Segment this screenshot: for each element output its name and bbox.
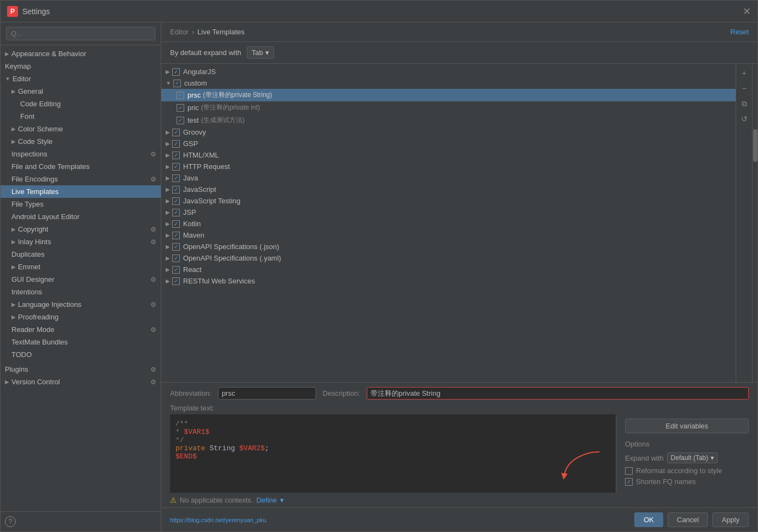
template-group-header[interactable]: ▶ Java [161, 172, 736, 184]
sidebar-item-inlay-hints[interactable]: ▶ Inlay Hints ⚙ [1, 235, 161, 248]
define-arrow[interactable]: ▾ [280, 496, 284, 504]
reset-button[interactable]: Reset [730, 28, 749, 36]
expand-with-dropdown[interactable]: Default (Tab) ▾ [667, 452, 718, 463]
sidebar-item-live-templates[interactable]: Live Templates [1, 185, 161, 198]
description-input[interactable] [367, 387, 749, 400]
sidebar-item-version-control[interactable]: ▶ Version Control ⚙ [1, 376, 161, 388]
sidebar-item-code-editing[interactable]: Code Editing [1, 98, 161, 110]
template-text-label: Template text: [161, 404, 757, 414]
template-group-header[interactable]: ▶ JavaScript [161, 184, 736, 195]
code-line: */ [175, 436, 610, 444]
template-group-header[interactable]: ▶ OpenAPI Specifications (.json) [161, 241, 736, 252]
group-checkbox[interactable] [172, 129, 180, 136]
sidebar-item-file-encodings[interactable]: File Encodings ⚙ [1, 173, 161, 185]
sidebar-item-keymap[interactable]: Keymap [1, 60, 161, 72]
close-button[interactable]: ✕ [743, 5, 751, 17]
group-name: Groovy [183, 128, 206, 136]
copy-button[interactable]: ⧉ [737, 96, 751, 111]
template-group-header[interactable]: ▶ JSP [161, 207, 736, 218]
sidebar-item-todo[interactable]: TODO [1, 348, 161, 361]
sidebar-item-copyright[interactable]: ▶ Copyright ⚙ [1, 223, 161, 235]
group-checkbox[interactable] [172, 140, 180, 148]
group-checkbox[interactable] [172, 277, 180, 285]
template-group-header[interactable]: ▶ JavaScript Testing [161, 195, 736, 207]
expand-arrow: ▼ [166, 80, 171, 86]
sidebar-item-file-types[interactable]: File Types [1, 198, 161, 210]
revert-button[interactable]: ↺ [737, 112, 751, 126]
search-input[interactable] [6, 27, 155, 40]
add-button[interactable]: + [737, 66, 751, 80]
sidebar-item-appearance[interactable]: ▶ Appearance & Behavior [1, 47, 161, 60]
template-group-header[interactable]: ▶ RESTful Web Services [161, 275, 736, 287]
sidebar-item-language-injections[interactable]: ▶ Language Injections ⚙ [1, 298, 161, 311]
ok-button[interactable]: OK [634, 512, 663, 527]
code-editor[interactable]: /** * $VAR1$ */ private String $VAR2$; $… [170, 414, 616, 493]
apply-button[interactable]: Apply [712, 512, 749, 527]
template-group-header[interactable]: ▶ HTML/XML [161, 149, 736, 161]
sidebar-item-reader-mode[interactable]: Reader Mode ⚙ [1, 323, 161, 336]
template-group-header[interactable]: ▼ custom [161, 77, 736, 89]
edit-variables-button[interactable]: Edit variables [625, 419, 749, 433]
sidebar-item-editor[interactable]: ▼ Editor [1, 72, 161, 85]
expand-arrow: ▶ [11, 126, 16, 132]
sidebar-item-android-layout[interactable]: Android Layout Editor [1, 210, 161, 223]
sidebar-item-color-scheme[interactable]: ▶ Color Scheme [1, 123, 161, 135]
sidebar-item-general[interactable]: ▶ General [1, 85, 161, 98]
group-checkbox[interactable] [172, 243, 180, 251]
item-checkbox[interactable] [177, 92, 184, 99]
group-checkbox[interactable] [172, 220, 180, 228]
group-checkbox[interactable] [172, 174, 180, 182]
group-checkbox[interactable] [173, 80, 181, 87]
item-checkbox[interactable] [177, 117, 184, 124]
abbreviation-input[interactable] [218, 387, 316, 400]
sidebar-item-duplicates[interactable]: Duplicates [1, 248, 161, 261]
scrollbar[interactable] [752, 64, 757, 382]
template-group-header[interactable]: ▶ React [161, 264, 736, 275]
item-checkbox[interactable] [177, 104, 184, 112]
template-desc: (生成测试方法) [201, 116, 245, 125]
shorten-checkbox[interactable] [625, 478, 633, 486]
group-checkbox[interactable] [172, 266, 180, 274]
template-group-header[interactable]: ▶ OpenAPI Specifications (.yaml) [161, 252, 736, 264]
help-button[interactable]: ? [5, 516, 16, 527]
breadcrumb: Editor › Live Templates [170, 28, 245, 36]
group-checkbox[interactable] [172, 152, 180, 159]
sidebar-item-inspections[interactable]: Inspections ⚙ [1, 148, 161, 160]
group-checkbox[interactable] [172, 186, 180, 194]
group-checkbox[interactable] [172, 163, 180, 171]
template-item-test[interactable]: test (生成测试方法) [161, 114, 736, 126]
template-item-prsc[interactable]: prsc (带注释的private String) [161, 89, 736, 101]
sidebar-item-proofreading[interactable]: ▶ Proofreading [1, 311, 161, 323]
group-checkbox[interactable] [172, 255, 180, 262]
sidebar-item-code-style[interactable]: ▶ Code Style [1, 135, 161, 148]
template-group-header[interactable]: ▶ AngularJS [161, 66, 736, 77]
group-name: Java [183, 174, 198, 182]
sidebar-item-gui-designer[interactable]: GUI Designer ⚙ [1, 273, 161, 286]
sidebar-item-intentions[interactable]: Intentions [1, 286, 161, 298]
template-item-pric[interactable]: pric (带注释的private int) [161, 101, 736, 114]
breadcrumb-current: Live Templates [197, 28, 244, 36]
scrollbar-thumb [753, 129, 757, 162]
cancel-button[interactable]: Cancel [668, 512, 708, 527]
group-checkbox[interactable] [172, 209, 180, 216]
template-group-header[interactable]: ▶ HTTP Request [161, 161, 736, 172]
template-group-header[interactable]: ▶ Kotlin [161, 218, 736, 229]
group-checkbox[interactable] [172, 197, 180, 205]
remove-button[interactable]: − [737, 81, 751, 95]
define-link[interactable]: Define [256, 496, 277, 504]
expand-arrow: ▶ [5, 51, 9, 57]
template-group-jsp: ▶ JSP [161, 207, 736, 218]
sidebar-item-textmate[interactable]: TextMate Bundles [1, 336, 161, 348]
template-group-header[interactable]: ▶ Groovy [161, 126, 736, 138]
group-checkbox[interactable] [172, 232, 180, 239]
sidebar-item-label: Version Control [11, 378, 60, 386]
sidebar-item-file-code-templates[interactable]: File and Code Templates [1, 160, 161, 173]
template-group-header[interactable]: ▶ Maven [161, 229, 736, 241]
sidebar-item-font[interactable]: Font [1, 110, 161, 123]
reformat-checkbox[interactable] [625, 467, 633, 475]
group-checkbox[interactable] [172, 68, 180, 76]
sidebar-item-emmet[interactable]: ▶ Emmet [1, 261, 161, 273]
template-group-header[interactable]: ▶ GSP [161, 138, 736, 149]
expand-dropdown[interactable]: Tab ▾ [247, 46, 274, 59]
sidebar-item-plugins[interactable]: Plugins ⚙ [1, 363, 161, 376]
